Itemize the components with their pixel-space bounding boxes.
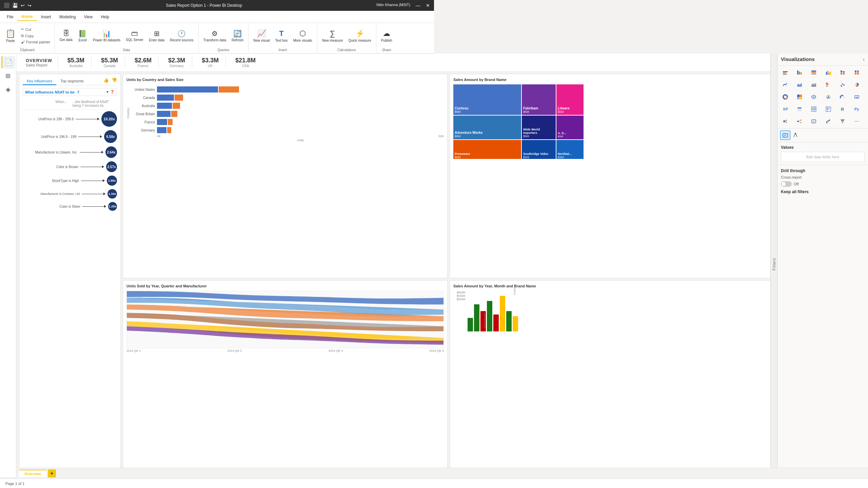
ki-row-1: UnitPrice is 196.9 - 199 6.58x [23,130,117,143]
summary-australia-label: Australia [69,64,82,68]
format-painter-button[interactable]: 🖌 Format painter [20,39,52,45]
get-data-button[interactable]: 🗄 Get data [58,28,75,43]
ki-help-icon[interactable]: ❓ [110,90,115,94]
ki-row-2-line [80,152,103,152]
text-box-button[interactable]: T Text box [273,28,290,44]
sql-icon: 🗃 [131,29,138,37]
paste-button[interactable]: 📋 Paste [3,27,18,45]
new-measure-button[interactable]: ∑ New measure [320,28,345,44]
summary-germany-label: Germany [170,64,183,68]
ki-row-0: UnitPrice is 298 - 299.9 10.20x [23,111,117,127]
more-visuals-button[interactable]: ⬡ More visuals [291,28,314,44]
summary-uk-amount: $3.3M [202,57,219,64]
ki-dropdown-icon[interactable]: ▾ [106,90,108,94]
ki-row-0-line [76,119,99,119]
ki-row-5-line [82,194,105,194]
share-items: ☁ Publish [379,24,394,47]
ki-tab-influencers[interactable]: Key influencers [23,78,56,85]
x-axis: 0K 50K [157,135,434,138]
units-by-country-card: Units by Country and Sales Size Country … [123,74,434,244]
ki-row-5: Manufacturer is Contoso, Ltd 1.34x [23,189,117,199]
save-icon[interactable]: 💾 [12,3,18,8]
menu-file[interactable]: File [3,13,17,21]
new-visual-icon: 📈 [257,29,266,38]
quick-measure-button[interactable]: ⚡ Quick measure [346,28,373,44]
excel-icon: 📗 [78,29,87,38]
overview-title: OVERVIEW [26,58,52,63]
excel-button[interactable]: 📗 Excel [76,28,90,43]
data-group: 🗄 Get data 📗 Excel 📊 Power BI datasets 🗃… [55,24,199,53]
sql-server-button[interactable]: 🗃 SQL Server [124,28,145,43]
menu-help[interactable]: Help [97,13,113,21]
summary-france: $2.6M France [128,57,159,68]
copy-icon: ⧉ [21,34,24,38]
ki-row-3-label: Color is Brown [23,165,78,169]
bar-germany-orange [167,127,171,133]
ki-row-6: Color is Silver 1.29x [23,202,117,211]
x-axis-wrap: 0K 50K Units [131,135,434,142]
redo-icon[interactable]: ↪ [27,3,32,8]
y-axis-label: Country [126,108,130,119]
refresh-button[interactable]: 🔄 Refresh [230,28,245,43]
cut-button[interactable]: ✂ Cut [20,26,52,32]
model-nav-button[interactable]: ◈ [1,83,15,96]
bar-australia-container [157,103,434,109]
summary-canada: $5.3M Canada [94,57,125,68]
summary-france-label: France [138,64,148,68]
copy-button[interactable]: ⧉ Copy [20,33,52,39]
app-icon [4,3,9,8]
user-name: Nitin Khanna (MSIT) [376,3,410,8]
enter-data-button[interactable]: ⊞ Enter data [147,28,166,43]
menu-insert[interactable]: Insert [37,13,55,21]
ki-row-5-label: Manufacturer is Contoso, Ltd [23,192,80,196]
x-axis-min: 0K [157,135,161,138]
summary-uk: $3.3M UK [195,57,226,68]
bar-australia-blue [157,103,172,109]
close-button[interactable]: ✕ [426,3,430,8]
publish-button[interactable]: ☁ Publish [379,28,394,44]
main-area: OVERVIEW Sales Report $5.3M Australia $5… [16,54,434,244]
thumbs-up-icon[interactable]: 👍 [103,78,109,85]
new-visual-button[interactable]: 📈 New visual [251,28,272,44]
new-measure-icon: ∑ [330,29,335,38]
title-bar-left-icons: 💾 ↩ ↪ [4,3,32,8]
calculations-items: ∑ New measure ⚡ Quick measure [320,24,373,47]
powerbi-datasets-button[interactable]: 📊 Power BI datasets [91,28,122,43]
menu-home[interactable]: Home [17,13,37,21]
menu-view[interactable]: View [80,13,97,21]
bar-france-orange [168,119,173,125]
bar-australia-orange [173,103,180,109]
enter-data-icon: ⊞ [154,29,160,38]
bar-chart-inner: United States Canada [131,84,434,142]
ki-row-2-label: Manufacturer is Litware, Inc. [23,150,78,154]
summary-usa: $21.8M USA [229,57,262,68]
window-controls: Nitin Khanna (MSIT) — ✕ [376,3,430,8]
recent-sources-button[interactable]: 🕐 Recent sources [168,28,195,43]
table-nav-button[interactable]: ⊞ [1,70,15,82]
menu-modeling[interactable]: Modeling [55,13,80,21]
x-axis-label: Units [157,139,434,142]
publish-icon: ☁ [383,29,390,38]
insert-group: 📈 New visual T Text box ⬡ More visuals I… [249,24,317,53]
report-nav-icon: 📄 [5,59,12,66]
bar-germany-blue [157,127,166,133]
ki-rows: UnitPrice is 298 - 299.9 10.20x UnitPric… [23,111,117,211]
summary-germany-amount: $2.3M [168,57,185,64]
overview-subtitle: Sales Report [26,63,52,67]
bar-france-blue [157,119,167,125]
undo-icon[interactable]: ↩ [21,3,25,8]
ki-tab-segments[interactable]: Top segments [56,78,87,85]
bar-gb-container [157,111,434,117]
ki-row-4-label: StockType is High [23,179,79,183]
thumbs-down-icon[interactable]: 👎 [112,78,117,85]
minimize-button[interactable]: — [416,3,420,8]
units-by-country-title: Units by Country and Sales Size [126,78,434,82]
ki-row-4-line [81,181,105,181]
transform-button[interactable]: ⚙ Transform data [201,28,228,43]
ki-row-4: StockType is High 1.96x [23,176,117,186]
report-nav-button[interactable]: 📄 [1,56,15,68]
bar-us-orange [219,86,239,93]
bar-row-france: France [131,119,434,125]
summary-germany: $2.3M Germany [161,57,192,68]
text-box-icon: T [279,29,283,38]
